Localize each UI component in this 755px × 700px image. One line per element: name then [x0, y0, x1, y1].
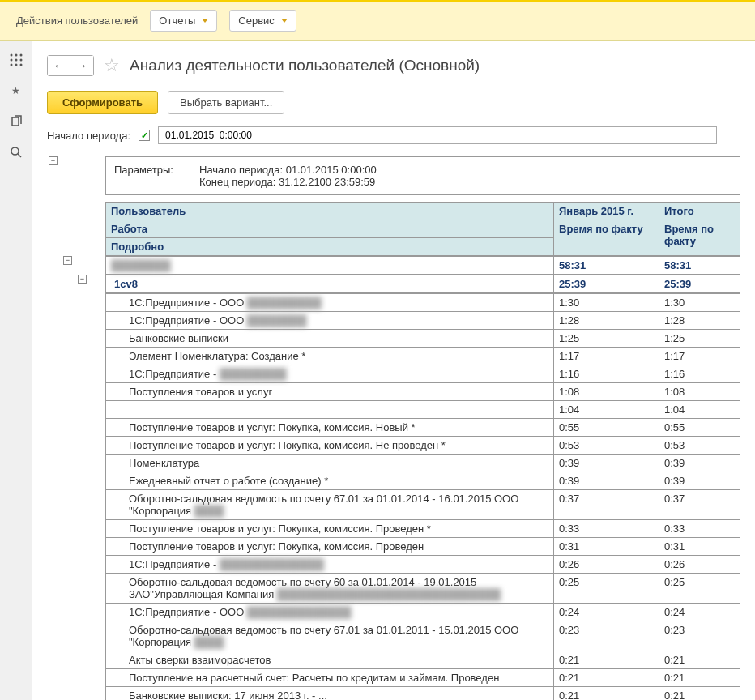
- params-start: Начало периода: 01.01.2015 0:00:00: [199, 164, 377, 176]
- favorite-icon[interactable]: ☆: [104, 55, 120, 76]
- generate-button[interactable]: Сформировать: [47, 91, 158, 114]
- header-detail: Подробно: [106, 238, 554, 256]
- service-label: Сервис: [238, 15, 275, 27]
- svg-point-2: [19, 54, 22, 57]
- service-dropdown[interactable]: Сервис: [229, 10, 296, 32]
- svg-point-3: [10, 59, 12, 62]
- table-row[interactable]: 1С:Предприятие - ООО ████████1:281:28: [106, 312, 740, 330]
- apps-icon[interactable]: [9, 53, 23, 67]
- user-row[interactable]: ████████ 58:31 58:31: [106, 257, 740, 275]
- collapse-icon[interactable]: −: [49, 156, 58, 165]
- table-row[interactable]: Номенклатура0:390:39: [106, 455, 740, 472]
- actions-label: Действия пользователей: [16, 15, 138, 27]
- back-button[interactable]: ←: [48, 56, 70, 75]
- reports-dropdown[interactable]: Отчеты: [150, 10, 217, 32]
- svg-point-5: [19, 59, 22, 62]
- table-row[interactable]: Поступление на расчетный счет: Расчеты п…: [106, 669, 740, 687]
- params-label: Параметры:: [114, 164, 179, 188]
- header-user: Пользователь: [106, 203, 554, 220]
- table-row[interactable]: Банковские выписки: 17 июня 2013 г. - ..…: [106, 687, 740, 701]
- params-box: Параметры: Начало периода: 01.01.2015 0:…: [105, 156, 740, 195]
- report-table: Пользователь Январь 2015 г. Итого Работа…: [105, 202, 740, 256]
- table-row[interactable]: Оборотно-сальдовая ведомость по счету 60…: [106, 574, 740, 604]
- reports-label: Отчеты: [159, 15, 195, 27]
- app-row[interactable]: 1cv8 25:39 25:39: [106, 275, 740, 293]
- table-row[interactable]: 1:041:04: [106, 401, 740, 419]
- table-row[interactable]: 1С:Предприятие - ООО ██████████████0:240…: [106, 604, 740, 621]
- page-title: Анализ деятельности пользователей (Основ…: [130, 57, 480, 75]
- chevron-down-icon: [281, 19, 288, 23]
- table-row[interactable]: Оборотно-сальдовая ведомость по счету 67…: [106, 621, 740, 651]
- table-row[interactable]: Поступление товаров и услуг: Покупка, ко…: [106, 437, 740, 455]
- forward-button[interactable]: →: [70, 56, 93, 75]
- copy-icon[interactable]: [9, 114, 23, 129]
- topbar: Действия пользователей Отчеты Сервис: [0, 0, 755, 41]
- svg-line-11: [18, 154, 21, 157]
- table-row[interactable]: 1С:Предприятие - █████████1:161:16: [106, 365, 740, 383]
- content-area: ← → ☆ Анализ деятельности пользователей …: [32, 41, 755, 700]
- svg-point-0: [10, 54, 12, 57]
- table-row[interactable]: Элемент Номенклатура: Создание *1:171:17: [106, 348, 740, 365]
- period-checkbox[interactable]: ✓: [139, 130, 150, 141]
- report-area: − Параметры: Начало периода: 01.01.2015 …: [47, 156, 740, 700]
- svg-point-8: [19, 64, 22, 66]
- svg-rect-9: [12, 117, 19, 126]
- svg-point-7: [15, 64, 17, 66]
- variant-button[interactable]: Выбрать вариант...: [168, 91, 284, 114]
- star-icon[interactable]: ★: [9, 83, 23, 98]
- header-time2: Время по факту: [659, 220, 740, 256]
- table-row[interactable]: 1С:Предприятие - ██████████████0:260:26: [106, 556, 740, 574]
- detail-table: 1С:Предприятие - ООО ██████████1:301:301…: [105, 293, 740, 700]
- table-row[interactable]: Банковские выписки1:251:25: [106, 330, 740, 348]
- header-total: Итого: [659, 203, 740, 220]
- period-input[interactable]: [158, 126, 717, 144]
- nav-buttons: ← →: [47, 55, 94, 76]
- collapse-icon[interactable]: −: [63, 256, 72, 265]
- table-row[interactable]: Ежедневный отчет о работе (создание) *0:…: [106, 472, 740, 490]
- period-label: Начало периода:: [47, 130, 130, 142]
- params-end: Конец периода: 31.12.2100 23:59:59: [199, 176, 377, 188]
- header-work: Работа: [106, 220, 554, 238]
- table-row[interactable]: Поступление товаров и услуг: Покупка, ко…: [106, 520, 740, 538]
- svg-point-6: [10, 64, 12, 66]
- svg-point-4: [15, 59, 17, 62]
- chevron-down-icon: [202, 19, 208, 23]
- table-row[interactable]: Поступление товаров и услуг: Покупка, ко…: [106, 538, 740, 556]
- svg-point-10: [11, 147, 19, 155]
- table-row[interactable]: 1С:Предприятие - ООО ██████████1:301:30: [106, 294, 740, 312]
- table-row[interactable]: Поступление товаров и услуг: Покупка, ко…: [106, 419, 740, 437]
- header-month: Январь 2015 г.: [554, 203, 659, 220]
- collapse-icon[interactable]: −: [78, 275, 87, 284]
- left-rail: ★: [0, 41, 32, 700]
- table-row[interactable]: Акты сверки взаиморасчетов0:210:21: [106, 651, 740, 669]
- header-time1: Время по факту: [554, 220, 659, 256]
- table-row[interactable]: Поступления товаров и услуг1:081:08: [106, 383, 740, 401]
- table-row[interactable]: Оборотно-сальдовая ведомость по счету 67…: [106, 490, 740, 520]
- svg-point-1: [15, 54, 17, 57]
- search-icon[interactable]: [9, 145, 23, 160]
